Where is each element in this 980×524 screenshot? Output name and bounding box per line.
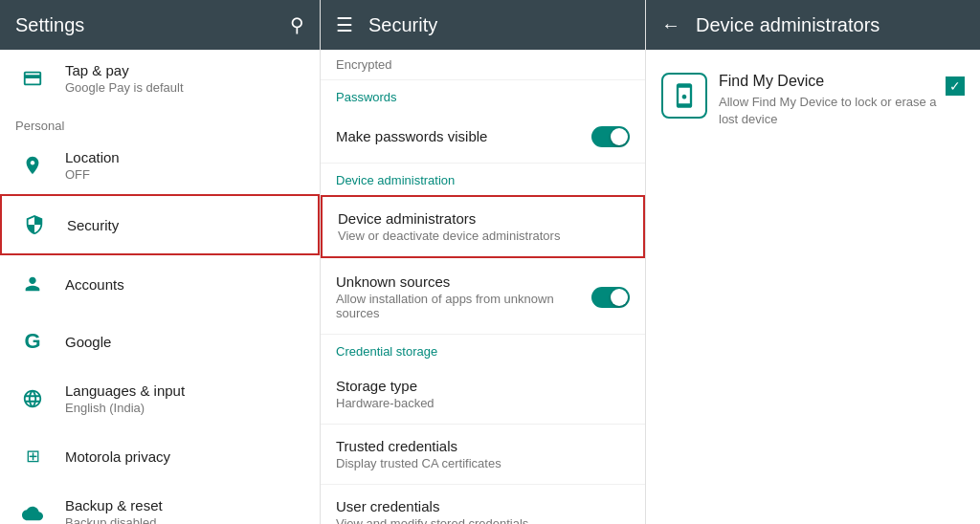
- device-admin-section-label: Device administration: [321, 164, 645, 193]
- languages-text: Languages & input English (India): [65, 382, 304, 415]
- storage-type-text: Storage type Hardware-backed: [336, 378, 630, 410]
- trusted-credentials-subtitle: Display trusted CA certificates: [336, 456, 630, 470]
- right-header-title: Device administrators: [696, 14, 880, 36]
- sidebar-item-languages[interactable]: Languages & input English (India): [0, 370, 320, 427]
- sidebar-item-security[interactable]: Security: [0, 194, 320, 255]
- languages-title: Languages & input: [65, 382, 304, 399]
- left-panel: Settings ⚲ Tap & pay Google Pay is defau…: [0, 0, 321, 524]
- find-my-device-title: Find My Device: [719, 73, 946, 90]
- find-my-device-subtitle: Allow Find My Device to lock or erase a …: [719, 94, 946, 128]
- trusted-credentials-item[interactable]: Trusted credentials Display trusted CA c…: [321, 425, 645, 485]
- encrypted-text: Encrypted: [321, 50, 645, 80]
- accounts-text: Accounts: [65, 276, 304, 293]
- search-icon[interactable]: ⚲: [290, 13, 304, 36]
- find-my-device-checkbox[interactable]: ✓: [946, 76, 965, 96]
- accounts-title: Accounts: [65, 276, 304, 293]
- middle-header: ☰ Security: [321, 0, 645, 50]
- security-text: Security: [67, 217, 302, 233]
- device-administrators-item[interactable]: Device administrators View or deactivate…: [321, 195, 645, 258]
- tap-pay-title: Tap & pay: [65, 62, 304, 78]
- sidebar-item-backup-reset[interactable]: Backup & reset Backup disabled: [0, 485, 320, 524]
- device-administrators-subtitle: View or deactivate device administrators: [338, 229, 628, 243]
- storage-type-item[interactable]: Storage type Hardware-backed: [321, 364, 645, 425]
- motorola-privacy-icon: ⊞: [15, 439, 50, 473]
- trusted-credentials-title: Trusted credentials: [336, 438, 630, 454]
- user-credentials-subtitle: View and modify stored credentials: [336, 516, 630, 524]
- settings-title: Settings: [15, 14, 84, 36]
- find-my-device-item[interactable]: Find My Device Allow Find My Device to l…: [661, 65, 965, 136]
- languages-icon: [15, 382, 50, 416]
- storage-type-title: Storage type: [336, 378, 630, 394]
- hamburger-icon[interactable]: ☰: [336, 13, 353, 36]
- make-passwords-visible-text: Make passwords visible: [336, 128, 591, 144]
- middle-content: Encrypted Passwords Make passwords visib…: [321, 50, 645, 524]
- backup-reset-text: Backup & reset Backup disabled: [65, 497, 304, 524]
- passwords-section-label: Passwords: [321, 80, 645, 110]
- middle-panel: ☰ Security Encrypted Passwords Make pass…: [321, 0, 646, 524]
- tap-pay-subtitle: Google Pay is default: [65, 80, 304, 95]
- security-icon: [17, 207, 52, 242]
- sidebar-item-location[interactable]: Location OFF: [0, 137, 320, 194]
- unknown-sources-subtitle: Allow installation of apps from unknown …: [336, 292, 591, 320]
- google-icon: G: [15, 324, 50, 359]
- user-credentials-title: User credentials: [336, 498, 630, 514]
- languages-subtitle: English (India): [65, 401, 304, 415]
- location-subtitle: OFF: [65, 167, 304, 182]
- make-passwords-visible-title: Make passwords visible: [336, 128, 591, 144]
- tap-pay-icon: [15, 61, 50, 96]
- unknown-sources-toggle[interactable]: [591, 287, 630, 308]
- personal-section-label: Personal: [0, 107, 320, 137]
- location-title: Location: [65, 149, 304, 165]
- device-administrators-title: Device administrators: [338, 210, 628, 227]
- security-title: Security: [67, 217, 302, 233]
- middle-header-title: Security: [368, 14, 437, 36]
- make-passwords-visible-toggle[interactable]: [591, 126, 630, 147]
- unknown-sources-item[interactable]: Unknown sources Allow installation of ap…: [321, 260, 645, 335]
- location-icon: [15, 148, 50, 183]
- unknown-sources-title: Unknown sources: [336, 273, 591, 290]
- backup-reset-subtitle: Backup disabled: [65, 515, 304, 524]
- unknown-sources-text: Unknown sources Allow installation of ap…: [336, 273, 591, 320]
- find-my-device-text: Find My Device Allow Find My Device to l…: [719, 73, 946, 128]
- credential-storage-section-label: Credential storage: [321, 335, 645, 364]
- back-icon[interactable]: ←: [661, 14, 680, 36]
- left-content: Tap & pay Google Pay is default Personal…: [0, 50, 320, 524]
- device-administrators-text: Device administrators View or deactivate…: [338, 210, 628, 243]
- location-text: Location OFF: [65, 149, 304, 182]
- sidebar-item-motorola-privacy[interactable]: ⊞ Motorola privacy: [0, 427, 320, 485]
- trusted-credentials-text: Trusted credentials Display trusted CA c…: [336, 438, 630, 470]
- user-credentials-item[interactable]: User credentials View and modify stored …: [321, 485, 645, 524]
- right-content: Find My Device Allow Find My Device to l…: [646, 50, 980, 524]
- sidebar-item-google[interactable]: G Google: [0, 313, 320, 370]
- find-my-device-icon: [661, 73, 707, 119]
- google-text: Google: [65, 334, 304, 350]
- right-panel: ← Device administrators Find My Device A…: [646, 0, 980, 524]
- backup-reset-icon: [15, 496, 50, 524]
- sidebar-item-accounts[interactable]: Accounts: [0, 255, 320, 313]
- user-credentials-text: User credentials View and modify stored …: [336, 498, 630, 524]
- tap-pay-text: Tap & pay Google Pay is default: [65, 62, 304, 95]
- motorola-privacy-title: Motorola privacy: [65, 448, 304, 465]
- sidebar-item-tap-pay[interactable]: Tap & pay Google Pay is default: [0, 50, 320, 107]
- make-passwords-visible-item[interactable]: Make passwords visible: [321, 110, 645, 164]
- right-header: ← Device administrators: [646, 0, 980, 50]
- storage-type-subtitle: Hardware-backed: [336, 396, 630, 410]
- accounts-icon: [15, 267, 50, 301]
- google-title: Google: [65, 334, 304, 350]
- left-header: Settings ⚲: [0, 0, 320, 50]
- motorola-privacy-text: Motorola privacy: [65, 448, 304, 465]
- backup-reset-title: Backup & reset: [65, 497, 304, 513]
